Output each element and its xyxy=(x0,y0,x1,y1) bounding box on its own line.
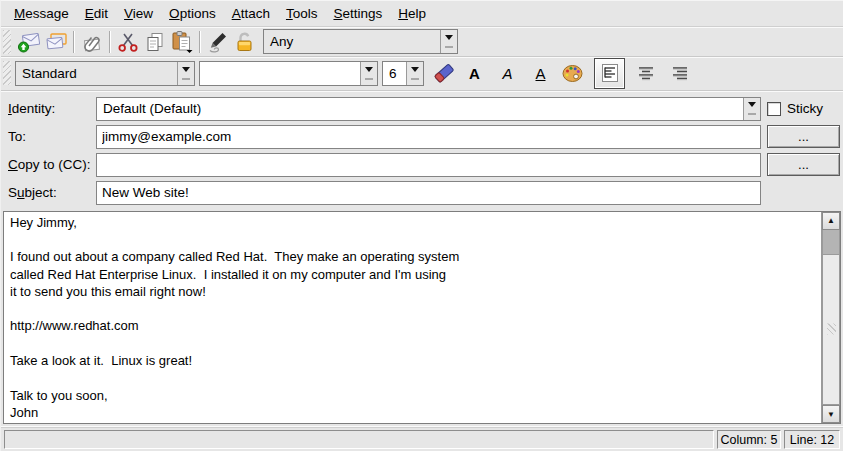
copy-icon xyxy=(144,31,166,53)
body-line xyxy=(10,231,815,248)
italic-icon: A xyxy=(502,65,512,82)
scroll-down-icon: ▼ xyxy=(827,410,835,419)
chevron-down-icon[interactable] xyxy=(177,62,194,85)
paste-button[interactable] xyxy=(168,28,195,55)
format-toolbar: Standard 6 A A xyxy=(1,57,843,90)
scroll-up-icon: ▲ xyxy=(827,216,835,225)
menu-edit[interactable]: Edit xyxy=(77,3,116,24)
body-line xyxy=(10,300,815,317)
to-input[interactable] xyxy=(96,125,761,149)
subject-input[interactable] xyxy=(96,181,761,205)
body-line: it to send you this email right now! xyxy=(10,283,815,300)
attach-button[interactable] xyxy=(78,28,105,55)
underline-icon: A xyxy=(535,65,545,82)
cc-address-book-button[interactable]: ... xyxy=(767,153,840,176)
menu-tools[interactable]: Tools xyxy=(278,3,326,24)
vertical-scrollbar[interactable]: ▲ ▼ xyxy=(821,212,840,424)
font-family-combo[interactable] xyxy=(199,61,378,86)
encrypt-message-icon xyxy=(233,31,256,53)
remove-format-icon xyxy=(432,61,456,85)
encoding-combo[interactable]: Any xyxy=(263,29,458,54)
body-line: http://www.redhat.com xyxy=(10,317,815,334)
body-line: Talk to you soon, xyxy=(10,387,815,404)
status-message-panel xyxy=(4,430,714,449)
status-line-panel: Line: 12 xyxy=(784,430,840,449)
cc-label: Copy to (CC): xyxy=(8,157,96,172)
size-combo-value: 6 xyxy=(383,66,406,81)
text-color-button[interactable] xyxy=(559,60,586,87)
style-combo-value: Standard xyxy=(16,66,177,81)
paragraph-style-combo[interactable]: Standard xyxy=(15,61,195,86)
align-left-icon xyxy=(599,62,621,84)
to-address-book-button[interactable]: ... xyxy=(767,125,840,148)
toolbar-separator xyxy=(73,31,74,53)
toolbar-drag-handle[interactable] xyxy=(3,61,11,85)
queue-button[interactable] xyxy=(42,28,69,55)
body-line xyxy=(10,335,815,352)
sticky-label: Sticky xyxy=(787,101,823,116)
body-line: John xyxy=(10,404,815,421)
chevron-down-icon[interactable] xyxy=(360,62,377,85)
chevron-down-icon[interactable] xyxy=(743,98,760,120)
cc-row: Copy to (CC): ... xyxy=(1,151,843,179)
compose-window: Message Edit View Options Attach Tools S… xyxy=(0,0,843,451)
menu-message[interactable]: Message xyxy=(6,3,77,24)
bold-button[interactable]: A xyxy=(461,60,488,87)
body-line: I found out about a company called Red H… xyxy=(10,248,815,265)
cc-input[interactable] xyxy=(96,153,761,177)
encrypt-button[interactable] xyxy=(231,28,258,55)
send-button[interactable] xyxy=(15,28,42,55)
to-row: To: ... xyxy=(1,123,843,151)
header-form: Identity: Default (Default) Sticky To: .… xyxy=(1,91,843,209)
underline-button[interactable]: A xyxy=(527,60,554,87)
message-body-text[interactable]: Hey Jimmy, I found out about a company c… xyxy=(4,212,821,424)
toolbar-separator xyxy=(199,31,200,53)
toolbar-drag-handle[interactable] xyxy=(3,30,11,54)
message-body-editor: Hey Jimmy, I found out about a company c… xyxy=(3,211,841,425)
toolbar-separator xyxy=(109,31,110,53)
text-color-icon xyxy=(561,62,585,84)
identity-combo[interactable]: Default (Default) xyxy=(96,97,761,121)
cc-browse-cell: ... xyxy=(761,153,843,176)
sign-message-icon xyxy=(206,31,229,53)
sticky-cell: Sticky xyxy=(761,101,843,116)
menu-help[interactable]: Help xyxy=(390,3,434,24)
align-right-button[interactable] xyxy=(666,60,693,87)
menu-bar: Message Edit View Options Attach Tools S… xyxy=(1,1,843,27)
identity-label: Identity: xyxy=(8,101,96,116)
body-line: called Red Hat Enterprise Linux. I insta… xyxy=(10,266,815,283)
scrollbar-thumb[interactable] xyxy=(822,230,840,254)
queue-mail-icon xyxy=(44,31,68,53)
attach-file-icon xyxy=(81,31,103,53)
cut-button[interactable] xyxy=(114,28,141,55)
paste-icon xyxy=(170,30,193,53)
scroll-up-button[interactable]: ▲ xyxy=(822,212,840,230)
copy-button[interactable] xyxy=(141,28,168,55)
menu-attach[interactable]: Attach xyxy=(224,3,278,24)
scrollbar-track[interactable] xyxy=(822,254,840,406)
body-line: Take a look at it. Linux is great! xyxy=(10,352,815,369)
align-left-button[interactable] xyxy=(594,58,625,89)
send-mail-icon xyxy=(17,31,41,53)
body-line xyxy=(10,369,815,386)
align-center-button[interactable] xyxy=(632,60,659,87)
font-size-combo[interactable]: 6 xyxy=(382,61,424,86)
menu-options[interactable]: Options xyxy=(161,3,224,24)
remove-format-button[interactable] xyxy=(430,60,457,87)
align-right-icon xyxy=(669,62,691,84)
status-bar: Column: 5 Line: 12 xyxy=(1,427,843,451)
chevron-down-icon[interactable] xyxy=(406,62,423,85)
scroll-down-button[interactable]: ▼ xyxy=(822,405,840,423)
to-label: To: xyxy=(8,129,96,144)
sign-button[interactable] xyxy=(204,28,231,55)
identity-row: Identity: Default (Default) Sticky xyxy=(1,95,843,123)
bold-icon: A xyxy=(469,65,480,82)
menu-view[interactable]: View xyxy=(116,3,161,24)
italic-button[interactable]: A xyxy=(494,60,521,87)
identity-combo-value: Default (Default) xyxy=(97,101,743,116)
to-browse-cell: ... xyxy=(761,125,843,148)
chevron-down-icon[interactable] xyxy=(440,30,457,53)
menu-settings[interactable]: Settings xyxy=(325,3,390,24)
sticky-checkbox[interactable] xyxy=(767,102,781,116)
encoding-combo-value: Any xyxy=(264,34,440,49)
